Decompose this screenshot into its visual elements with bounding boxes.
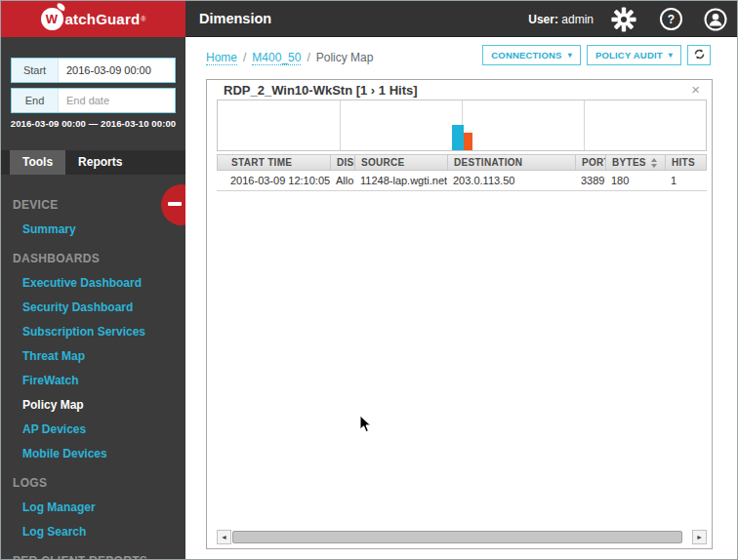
sidebar-nav: DEVICESummaryDASHBOARDSExecutive Dashboa… [1, 175, 185, 559]
scrollbar-thumb[interactable] [232, 531, 682, 543]
connections-table: START TIMEDISPOSOURCEDESTINATIONPORTBYTE… [217, 154, 707, 191]
toolbar: CONNECTIONS ▾ POLICY AUDIT ▾ [482, 45, 711, 65]
connections-button[interactable]: CONNECTIONS ▾ [482, 45, 581, 65]
app-title: Dimension [199, 1, 271, 37]
policy-detail-panel: RDP_2_Win10-WkStn [1 › 1 Hits] × START T… [206, 79, 713, 549]
cell-hits: 1 [665, 175, 707, 186]
nav-section-dashboards: DASHBOARDS [1, 247, 185, 271]
table-row[interactable]: 2016-03-09 12:10:05Allo...11248-lap.wgti… [217, 171, 707, 191]
sort-icon [651, 158, 657, 168]
cell-bytes: 180 [605, 175, 665, 186]
end-date-input[interactable]: End date [59, 89, 175, 112]
scroll-right-arrow[interactable]: ► [692, 530, 707, 544]
sidebar-item-log-manager[interactable]: Log Manager [1, 496, 185, 520]
sidebar-tab-strip: Tools Reports [1, 150, 185, 175]
settings-gear-icon[interactable] [611, 7, 636, 32]
hits-bar-teal [452, 125, 464, 150]
sidebar: Start 2016-03-09 00:00 End End date 2016… [1, 37, 185, 559]
cell-dispo: Allo... [330, 175, 354, 186]
watchguard-logo-mark-icon: W [41, 8, 63, 30]
sidebar-item-mobile-devices[interactable]: Mobile Devices [1, 442, 185, 466]
top-bar: Dimension User: admin [185, 1, 737, 37]
watchguard-logo[interactable]: W atchGuard ® [1, 1, 185, 37]
chart-gridline [584, 100, 585, 150]
cell-start-time: 2016-03-09 12:10:05 [217, 175, 330, 186]
breadcrumb: Home/M400_50/Policy Map [206, 51, 373, 65]
sidebar-item-log-search[interactable]: Log Search [1, 520, 185, 544]
breadcrumb-home[interactable]: Home [206, 51, 237, 65]
close-icon[interactable]: × [691, 81, 700, 98]
breadcrumb-m400-50[interactable]: M400_50 [252, 51, 301, 65]
tab-tools[interactable]: Tools [10, 150, 65, 175]
nav-section-device: DEVICE [1, 193, 185, 218]
hits-bar-orange [464, 133, 472, 150]
sidebar-item-subscription-services[interactable]: Subscription Services [1, 320, 185, 344]
column-header-destination[interactable]: DESTINATION [448, 155, 576, 170]
refresh-button[interactable] [687, 45, 711, 65]
sidebar-item-security-dashboard[interactable]: Security Dashboard [1, 296, 185, 320]
chevron-down-icon: ▾ [669, 51, 673, 60]
nav-section-per-client-reports: PER CLIENT REPORTS [1, 549, 185, 559]
sidebar-item-threat-map[interactable]: Threat Map [1, 344, 185, 369]
column-header-source[interactable]: SOURCE [355, 155, 448, 170]
sidebar-item-summary[interactable]: Summary [1, 218, 185, 242]
sidebar-item-ap-devices[interactable]: AP Devices [1, 418, 185, 442]
horizontal-scrollbar: ◄ ► [217, 530, 707, 544]
logged-in-user: User: admin [528, 13, 594, 26]
column-header-start-time[interactable]: START TIME [218, 155, 331, 170]
nav-section-logs: LOGS [1, 471, 185, 496]
start-date-label: Start [12, 59, 59, 82]
watchguard-logo-text: atchGuard [65, 11, 141, 27]
end-date-field: End End date [11, 88, 176, 113]
scroll-left-arrow[interactable]: ◄ [217, 530, 231, 544]
cell-source: 11248-lap.wgti.net [354, 175, 447, 186]
breadcrumb-policy-map: Policy Map [316, 51, 374, 65]
column-header-dispo[interactable]: DISPO [331, 155, 355, 170]
sidebar-item-executive-dashboard[interactable]: Executive Dashboard [1, 271, 185, 296]
breadcrumb-separator: / [307, 51, 309, 65]
minus-icon [168, 202, 182, 206]
policy-audit-button[interactable]: POLICY AUDIT ▾ [587, 45, 681, 65]
start-date-input[interactable]: 2016-03-09 00:00 [59, 59, 175, 82]
cell-port: 3389 [575, 175, 605, 186]
table-body: 2016-03-09 12:10:05Allo...11248-lap.wgti… [217, 171, 707, 191]
help-icon[interactable]: ? [660, 8, 682, 30]
account-icon[interactable] [704, 8, 727, 31]
column-header-bytes[interactable]: BYTES [606, 155, 666, 170]
scrollbar-track[interactable] [231, 530, 692, 544]
cell-destination: 203.0.113.50 [447, 175, 575, 186]
logo-flame-icon [56, 2, 66, 11]
tab-reports[interactable]: Reports [65, 150, 135, 175]
sidebar-item-policy-map[interactable]: Policy Map [1, 393, 185, 418]
breadcrumb-separator: / [243, 51, 246, 65]
hits-chart [217, 100, 707, 151]
sidebar-item-firewatch[interactable]: FireWatch [1, 369, 185, 393]
watchguard-dimension-window: W atchGuard ® Dimension User: admin [0, 0, 738, 560]
chevron-down-icon: ▾ [568, 51, 572, 60]
registered-mark: ® [141, 16, 145, 22]
date-range-text: 2016-03-09 00:00 — 2016-03-10 00:00 [1, 118, 185, 129]
refresh-icon [693, 48, 706, 62]
column-header-hits[interactable]: HITS [666, 155, 706, 170]
start-date-field: Start 2016-03-09 00:00 [11, 58, 176, 83]
column-header-port[interactable]: PORT [576, 155, 606, 170]
chart-gridline [340, 100, 341, 150]
table-header-row: START TIMEDISPOSOURCEDESTINATIONPORTBYTE… [217, 154, 707, 171]
end-date-label: End [12, 89, 59, 112]
panel-title: RDP_2_Win10-WkStn [1 › 1 Hits] [224, 83, 418, 98]
